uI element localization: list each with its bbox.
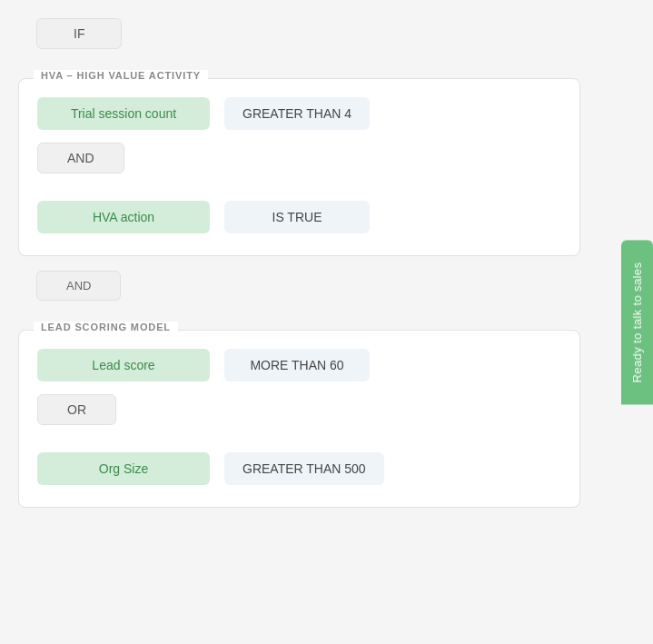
lead-section-title: LEAD SCORING MODEL: [34, 322, 178, 332]
org-size-tag[interactable]: Org Size: [37, 452, 210, 485]
hva-and-row: AND: [37, 143, 561, 188]
trial-session-count-tag[interactable]: Trial session count: [37, 97, 210, 130]
lead-score-condition[interactable]: MORE THAN 60: [224, 349, 370, 381]
lead-or-button[interactable]: OR: [37, 394, 116, 425]
hva-and-button[interactable]: AND: [37, 143, 124, 173]
hva-action-tag[interactable]: HVA action: [37, 201, 210, 233]
lead-score-tag[interactable]: Lead score: [37, 349, 210, 381]
lead-or-row: OR: [37, 394, 561, 440]
lead-row-2: Org Size GREATER THAN 500: [37, 452, 561, 485]
between-and-connector: AND: [18, 271, 580, 315]
hva-section: HVA – HIGH VALUE ACTIVITY Trial session …: [18, 78, 580, 256]
hva-row-1: Trial session count GREATER THAN 4: [37, 97, 561, 130]
trial-session-condition[interactable]: GREATER THAN 4: [224, 97, 370, 130]
lead-section: LEAD SCORING MODEL Lead score MORE THAN …: [18, 330, 580, 508]
if-button[interactable]: IF: [36, 18, 122, 49]
org-size-condition[interactable]: GREATER THAN 500: [224, 452, 384, 485]
hva-row-2: HVA action IS TRUE: [37, 201, 561, 233]
and-connector-button[interactable]: AND: [36, 271, 121, 301]
sidebar-tab[interactable]: Ready to talk to sales: [621, 240, 653, 404]
hva-section-title: HVA – HIGH VALUE ACTIVITY: [34, 70, 208, 81]
hva-action-condition[interactable]: IS TRUE: [224, 201, 370, 233]
lead-row-1: Lead score MORE THAN 60: [37, 349, 561, 381]
